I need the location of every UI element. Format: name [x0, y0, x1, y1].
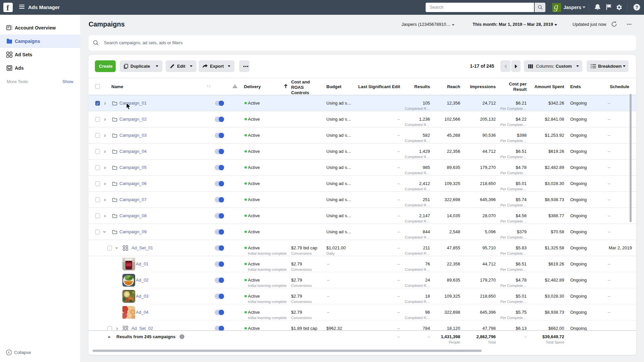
svg-text:i: i: [181, 335, 182, 339]
svg-text:?: ?: [635, 5, 638, 10]
